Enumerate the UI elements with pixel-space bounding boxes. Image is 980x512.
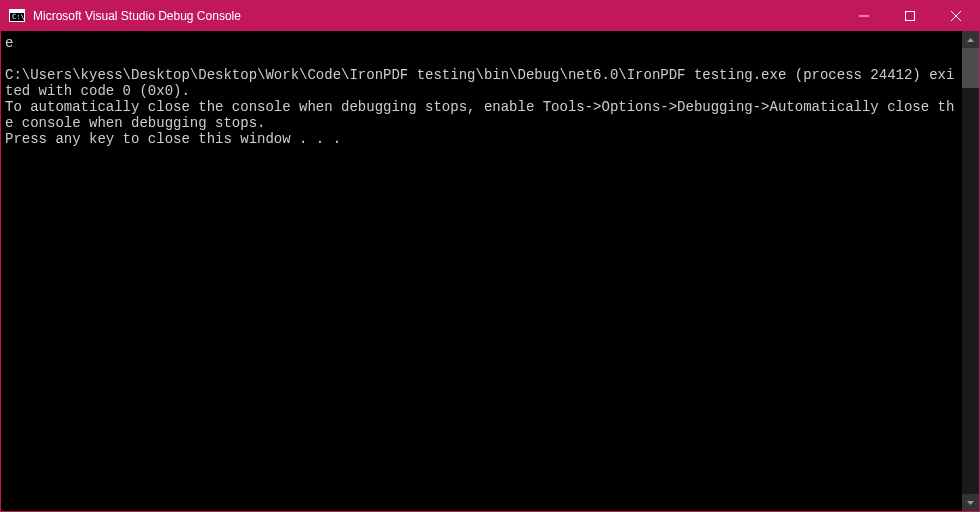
- minimize-button[interactable]: [841, 1, 887, 31]
- titlebar[interactable]: C:\ Microsoft Visual Studio Debug Consol…: [1, 1, 979, 31]
- window-title: Microsoft Visual Studio Debug Console: [33, 9, 241, 23]
- svg-text:C:\: C:\: [12, 13, 25, 21]
- svg-rect-4: [906, 12, 915, 21]
- scroll-thumb[interactable]: [962, 48, 979, 88]
- svg-marker-8: [967, 501, 974, 505]
- close-button[interactable]: [933, 1, 979, 31]
- scroll-up-button[interactable]: [962, 31, 979, 48]
- client-area: e C:\Users\kyess\Desktop\Desktop\Work\Co…: [1, 31, 979, 511]
- console-output[interactable]: e C:\Users\kyess\Desktop\Desktop\Work\Co…: [1, 31, 962, 511]
- svg-marker-7: [967, 38, 974, 42]
- app-icon: C:\: [9, 8, 25, 24]
- vertical-scrollbar[interactable]: [962, 31, 979, 511]
- window: C:\ Microsoft Visual Studio Debug Consol…: [0, 0, 980, 512]
- scroll-down-button[interactable]: [962, 494, 979, 511]
- maximize-button[interactable]: [887, 1, 933, 31]
